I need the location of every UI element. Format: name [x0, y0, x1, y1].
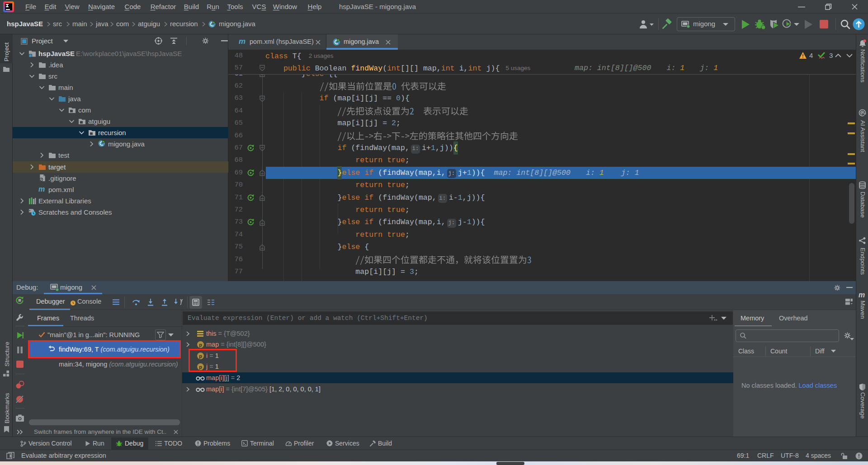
svg-text:p: p [199, 342, 202, 348]
